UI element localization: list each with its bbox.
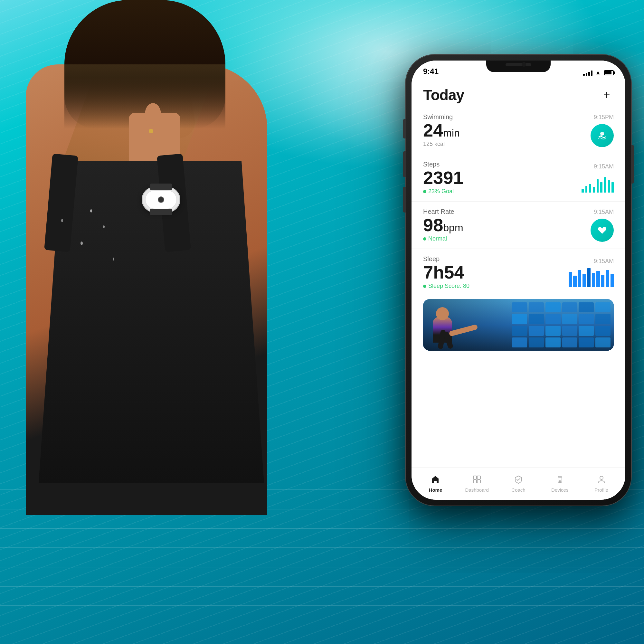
sleep-value: 7h54: [423, 263, 469, 281]
swimming-value: 24min: [423, 121, 460, 139]
swimming-type: Swimming: [423, 113, 460, 121]
svg-rect-2: [477, 476, 480, 479]
dashboard-icon: [472, 475, 481, 485]
nav-dashboard-label: Dashboard: [465, 487, 489, 493]
heart-icon: [591, 219, 614, 242]
nav-home-label: Home: [429, 487, 442, 493]
swimming-icon: [591, 124, 614, 147]
phone: 9:41 ▲ Today: [406, 55, 631, 506]
nav-profile[interactable]: Profile: [581, 475, 622, 493]
steps-time: 9:15AM: [594, 163, 614, 170]
steps-type: Steps: [423, 161, 463, 168]
sleep-time: 9:15AM: [594, 258, 614, 265]
nav-coach-label: Coach: [511, 487, 525, 493]
nav-devices-label: Devices: [551, 487, 568, 493]
sleep-score: Sleep Score: 80: [423, 283, 469, 289]
status-icons: ▲: [583, 69, 614, 77]
status-time: 9:41: [423, 67, 439, 77]
profile-icon: [597, 475, 606, 485]
steps-card[interactable]: Steps 2391 23% Goal 9:15AM: [412, 154, 625, 202]
swimming-calories: 125 kcal: [423, 141, 460, 147]
steps-goal: 23% Goal: [423, 188, 463, 195]
battery-icon: [604, 70, 614, 75]
bottom-nav: Home Dashboard: [412, 468, 625, 500]
svg-rect-1: [473, 476, 477, 479]
svg-point-7: [600, 476, 603, 479]
swimming-card[interactable]: Swimming 24min 125 kcal 9:15PM: [412, 107, 625, 154]
nav-profile-label: Profile: [594, 487, 608, 493]
steps-chart: [582, 173, 614, 193]
sleep-chart: [569, 268, 614, 287]
steps-value: 2391: [423, 169, 463, 187]
nav-devices[interactable]: Devices: [539, 475, 581, 493]
phone-screen: 9:41 ▲ Today: [412, 61, 625, 500]
signal-icon: [583, 70, 592, 76]
nav-dashboard[interactable]: Dashboard: [456, 475, 498, 493]
heart-rate-type: Heart Rate: [423, 208, 463, 215]
sleep-card[interactable]: Sleep 7h54 Sleep Score: 80 9:15AM: [412, 249, 625, 296]
phone-frame: 9:41 ▲ Today: [406, 55, 631, 506]
heart-rate-status: Normal: [423, 235, 463, 242]
phone-notch: [486, 61, 551, 72]
add-button[interactable]: +: [600, 88, 614, 102]
wifi-icon: ▲: [595, 69, 601, 76]
page-title: Today: [423, 86, 464, 104]
heart-rate-time: 9:15AM: [594, 209, 614, 215]
svg-rect-4: [477, 480, 480, 483]
nav-coach[interactable]: Coach: [498, 475, 539, 493]
home-icon: [431, 475, 440, 485]
svg-point-6: [559, 481, 560, 482]
app-header: Today +: [412, 80, 625, 107]
app-content: Today + Swimming 24min 125 kcal 9:15PM: [412, 80, 625, 468]
sleep-type: Sleep: [423, 255, 469, 263]
svg-rect-3: [473, 480, 477, 483]
heart-rate-card[interactable]: Heart Rate 98bpm Normal 9:15AM: [412, 202, 625, 249]
devices-icon: [555, 475, 564, 485]
swimming-time: 9:15PM: [594, 114, 614, 121]
coach-icon: [514, 475, 523, 485]
heart-rate-value: 98bpm: [423, 216, 463, 234]
promo-banner[interactable]: [423, 299, 614, 351]
nav-home[interactable]: Home: [415, 475, 456, 493]
